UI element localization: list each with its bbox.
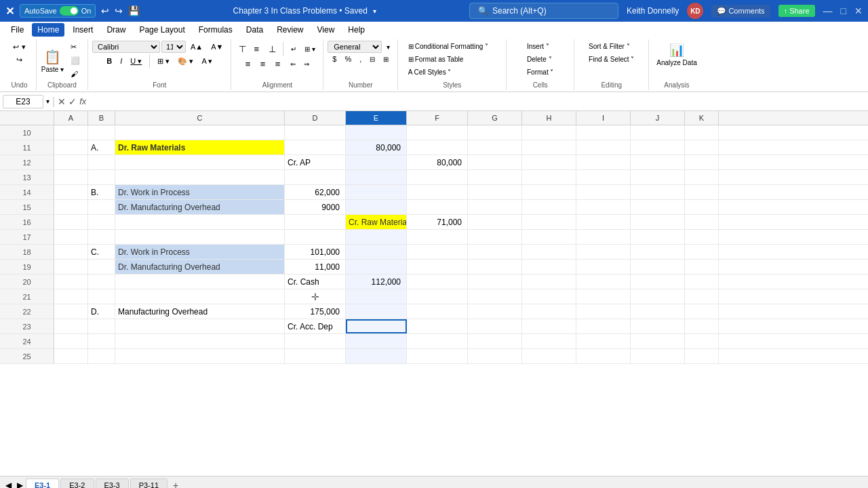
cell-g11[interactable]: [468, 140, 522, 155]
cell-b16[interactable]: [88, 215, 115, 229]
row-num-12[interactable]: 12: [0, 155, 54, 169]
cell-k18[interactable]: [685, 245, 719, 259]
cell-e15[interactable]: [346, 200, 407, 214]
user-avatar[interactable]: KD: [687, 3, 703, 19]
cell-h21[interactable]: [522, 289, 576, 304]
cell-e19[interactable]: [346, 260, 407, 274]
cell-b21[interactable]: [88, 289, 115, 304]
align-right-button[interactable]: ≡: [272, 57, 285, 71]
col-header-i[interactable]: I: [576, 111, 631, 125]
cell-a15[interactable]: [54, 200, 88, 214]
cell-k13[interactable]: [685, 170, 719, 184]
close-button[interactable]: ✕: [854, 5, 863, 16]
cell-a19[interactable]: [54, 260, 88, 274]
cell-a10[interactable]: [54, 125, 88, 140]
cell-i22[interactable]: [576, 304, 631, 319]
col-header-e[interactable]: E: [346, 111, 407, 125]
cell-d17[interactable]: [285, 230, 346, 244]
cell-k22[interactable]: [685, 304, 719, 319]
cell-b20[interactable]: [88, 274, 115, 289]
cell-h22[interactable]: [522, 304, 576, 319]
cell-c19[interactable]: Dr. Manufacturing Overhead: [115, 260, 285, 274]
cell-j22[interactable]: [631, 304, 685, 319]
cell-d24[interactable]: [285, 334, 346, 348]
cell-b24[interactable]: [88, 334, 115, 348]
number-format-select[interactable]: General: [328, 41, 382, 53]
menu-data[interactable]: Data: [241, 23, 269, 37]
row-num-24[interactable]: 24: [0, 334, 54, 348]
formula-bar-dropdown[interactable]: ▾: [46, 98, 50, 105]
cell-c20[interactable]: [115, 274, 285, 289]
cell-d18[interactable]: 101,000: [285, 245, 346, 259]
cell-a14[interactable]: [54, 185, 88, 199]
cell-b22[interactable]: D.: [88, 304, 115, 319]
cell-b14[interactable]: B.: [88, 185, 115, 199]
cell-b18[interactable]: C.: [88, 245, 115, 259]
cell-a24[interactable]: [54, 334, 88, 348]
cell-b19[interactable]: [88, 260, 115, 274]
cell-f11[interactable]: [407, 140, 468, 155]
search-bar[interactable]: 🔍 Search (Alt+Q): [469, 3, 618, 19]
col-header-h[interactable]: H: [522, 111, 576, 125]
cell-h16[interactable]: [522, 215, 576, 229]
cell-c17[interactable]: [115, 230, 285, 244]
cell-e21[interactable]: [346, 289, 407, 304]
redo-icon[interactable]: ↪: [115, 5, 123, 16]
cell-k15[interactable]: [685, 200, 719, 214]
cell-g18[interactable]: [468, 245, 522, 259]
row-num-25[interactable]: 25: [0, 349, 54, 363]
cell-g13[interactable]: [468, 170, 522, 184]
scroll-right-icon[interactable]: ▶: [14, 481, 26, 489]
cell-b10[interactable]: [88, 125, 115, 140]
merge-button[interactable]: ⊞ ▾: [301, 43, 319, 55]
cell-b12[interactable]: [88, 155, 115, 169]
menu-page-layout[interactable]: Page Layout: [134, 23, 190, 37]
cell-d14[interactable]: 62,000: [285, 185, 346, 199]
cell-i19[interactable]: [576, 260, 631, 274]
confirm-formula-icon[interactable]: ✓: [68, 96, 77, 107]
align-left-button[interactable]: ≡: [242, 57, 256, 71]
cell-d19[interactable]: 11,000: [285, 260, 346, 274]
cell-e23[interactable]: [346, 319, 407, 333]
cell-g10[interactable]: [468, 125, 522, 140]
cell-e25[interactable]: [346, 349, 407, 363]
align-top-button[interactable]: ⊤: [235, 42, 249, 56]
sort-filter-button[interactable]: Sort & Filter ˅: [585, 41, 633, 52]
cell-j14[interactable]: [631, 185, 685, 199]
cell-i21[interactable]: [576, 289, 631, 304]
cell-k11[interactable]: [685, 140, 719, 155]
cell-h13[interactable]: [522, 170, 576, 184]
increase-indent-button[interactable]: ⇒: [300, 58, 313, 70]
borders-button[interactable]: ⊞ ▾: [154, 55, 173, 68]
menu-file[interactable]: File: [5, 23, 29, 37]
number-format-expand[interactable]: ▾: [383, 41, 393, 53]
cell-styles-button[interactable]: A Cell Styles ˅: [405, 66, 500, 78]
cell-h14[interactable]: [522, 185, 576, 199]
row-num-15[interactable]: 15: [0, 200, 54, 214]
cell-e20[interactable]: 112,000: [346, 274, 407, 289]
undo-icon[interactable]: ↩: [101, 5, 109, 16]
col-header-c[interactable]: C: [115, 111, 285, 125]
comma-button[interactable]: ,: [356, 53, 365, 65]
format-painter-button[interactable]: 🖌: [67, 68, 83, 80]
cell-reference-box[interactable]: E23: [3, 95, 43, 108]
function-icon[interactable]: fx: [79, 96, 86, 106]
cell-c15[interactable]: Dr. Manufacturing Overhead: [115, 200, 285, 214]
cell-k14[interactable]: [685, 185, 719, 199]
fill-color-button[interactable]: 🎨 ▾: [174, 55, 197, 68]
undo-button[interactable]: ↩ ▾: [9, 41, 28, 54]
align-middle-button[interactable]: ≡: [250, 42, 264, 56]
cell-f15[interactable]: [407, 200, 468, 214]
cell-g19[interactable]: [468, 260, 522, 274]
cell-g24[interactable]: [468, 334, 522, 348]
cell-d12[interactable]: Cr. AP: [285, 155, 346, 169]
cell-h25[interactable]: [522, 349, 576, 363]
col-header-b[interactable]: B: [88, 111, 115, 125]
row-num-14[interactable]: 14: [0, 185, 54, 199]
cell-d16[interactable]: [285, 215, 346, 229]
cell-d21[interactable]: ✛: [285, 289, 346, 304]
cell-f23[interactable]: [407, 319, 468, 333]
menu-draw[interactable]: Draw: [101, 23, 131, 37]
cell-e12[interactable]: [346, 155, 407, 169]
menu-help[interactable]: Help: [342, 23, 370, 37]
